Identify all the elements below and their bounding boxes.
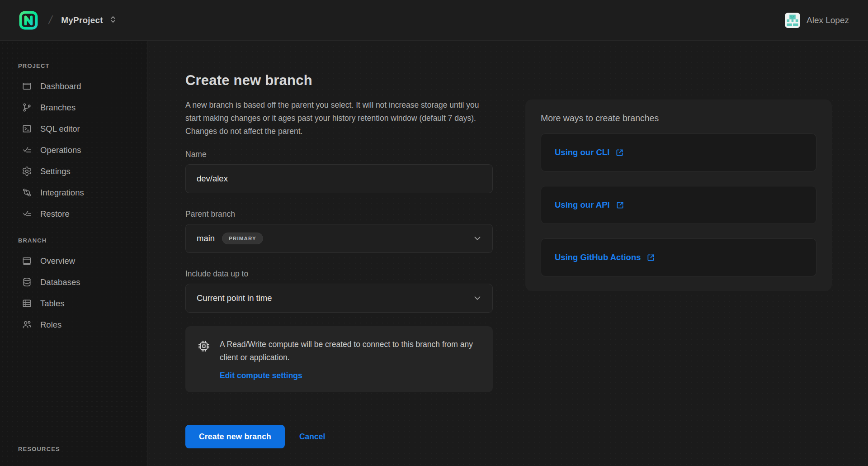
breadcrumb-separator: / [47,13,54,27]
name-field-group: Name [185,150,493,193]
api-card[interactable]: Using our API [541,186,816,224]
sidebar-item-integrations[interactable]: Integrations [18,182,136,203]
sidebar-section-resources: RESOURCES [18,446,136,460]
sidebar-section-label: RESOURCES [18,446,136,452]
sidebar-section-branch: BRANCH Overview Databases [18,237,136,335]
create-branch-button[interactable]: Create new branch [185,425,285,448]
cli-link-label: Using our CLI [555,147,609,157]
compute-note-text: A Read/Write compute will be created to … [220,338,473,364]
sidebar-item-label: Branches [40,103,75,113]
sidebar-item-label: Dashboard [40,81,81,91]
git-branch-icon [22,102,32,113]
sidebar-item-label: Tables [40,299,64,309]
edit-compute-settings-link[interactable]: Edit compute settings [220,371,302,380]
primary-badge: PRIMARY [222,233,263,244]
api-link-label: Using our API [555,200,610,210]
sidebar-item-operations[interactable]: Operations [18,139,136,161]
sidebar-section-label: PROJECT [18,62,136,69]
sidebar: PROJECT Dashboard Branches [0,41,147,466]
checklist-icon [22,145,32,155]
sidebar-item-label: Restore [40,209,70,219]
user-name: Alex Lopez [807,15,849,25]
sidebar-section-project: PROJECT Dashboard Branches [18,62,136,224]
neon-logo-icon [19,11,38,30]
sidebar-item-label: Roles [40,320,61,330]
user-menu[interactable]: Alex Lopez [785,13,849,28]
sidebar-item-dashboard[interactable]: Dashboard [18,76,136,97]
gear-icon [22,166,32,176]
app-root: / MyProject [0,0,868,466]
sidebar-item-label: Settings [40,166,71,176]
neon-logo[interactable] [19,11,38,30]
more-ways-panel: More ways to create branches Using our C… [525,100,832,291]
more-ways-title: More ways to create branches [541,113,816,124]
window-icon [22,256,32,266]
cli-link[interactable]: Using our CLI [555,147,624,157]
sidebar-item-settings[interactable]: Settings [18,161,136,182]
sidebar-item-branches[interactable]: Branches [18,97,136,118]
chevrons-up-down-icon [109,15,117,26]
checklist-icon [22,209,32,219]
sidebar-item-tables[interactable]: Tables [18,293,136,314]
sidebar-item-label: Overview [40,256,75,266]
sidebar-item-label: Databases [40,277,80,287]
github-actions-link[interactable]: Using GitHub Actions [555,252,656,262]
create-branch-form: Create new branch A new branch is based … [185,72,493,448]
sidebar-item-overview[interactable]: Overview [18,250,136,271]
sidebar-item-label: Integrations [40,188,84,198]
name-label: Name [185,150,493,159]
external-link-icon [646,253,656,262]
sidebar-item-sql-editor[interactable]: SQL editor [18,118,136,139]
sidebar-section-label: BRANCH [18,237,136,244]
chevron-down-icon [472,293,482,303]
parent-branch-value: main [197,233,215,243]
cancel-link[interactable]: Cancel [299,432,325,442]
page-title: Create new branch [185,72,493,89]
github-actions-link-label: Using GitHub Actions [555,252,641,262]
main-content: Create new branch A new branch is based … [147,41,868,466]
parent-branch-select[interactable]: main PRIMARY [185,224,493,253]
terminal-icon [22,124,32,134]
sidebar-item-label: Operations [40,145,81,155]
parent-branch-field-group: Parent branch main PRIMARY [185,209,493,253]
page-description: A new branch is based off the parent you… [185,99,493,138]
include-data-select[interactable]: Current point in time [185,284,493,313]
include-data-label: Include data up to [185,269,493,279]
form-actions: Create new branch Cancel [185,425,493,448]
sidebar-item-label: SQL editor [40,124,80,134]
table-icon [22,298,32,309]
sidebar-item-roles[interactable]: Roles [18,314,136,335]
sidebar-item-restore[interactable]: Restore [18,203,136,224]
parent-branch-label: Parent branch [185,209,493,219]
include-data-value: Current point in time [197,293,272,303]
workflow-icon [22,187,32,198]
external-link-icon [615,148,624,157]
project-name: MyProject [61,15,103,25]
top-bar: / MyProject [0,0,868,41]
include-data-field-group: Include data up to Current point in time [185,269,493,313]
branch-name-input[interactable] [185,164,493,193]
dashboard-icon [22,81,32,91]
project-switcher[interactable]: MyProject [61,15,117,26]
cpu-chip-icon [197,339,211,353]
cli-card[interactable]: Using our CLI [541,133,816,171]
sidebar-item-databases[interactable]: Databases [18,271,136,293]
api-link[interactable]: Using our API [555,200,625,210]
users-icon [22,319,32,330]
avatar [785,13,800,28]
database-icon [22,277,32,287]
external-link-icon [615,200,625,210]
compute-note: A Read/Write compute will be created to … [185,326,493,392]
chevron-down-icon [472,233,482,243]
github-actions-card[interactable]: Using GitHub Actions [541,238,816,276]
